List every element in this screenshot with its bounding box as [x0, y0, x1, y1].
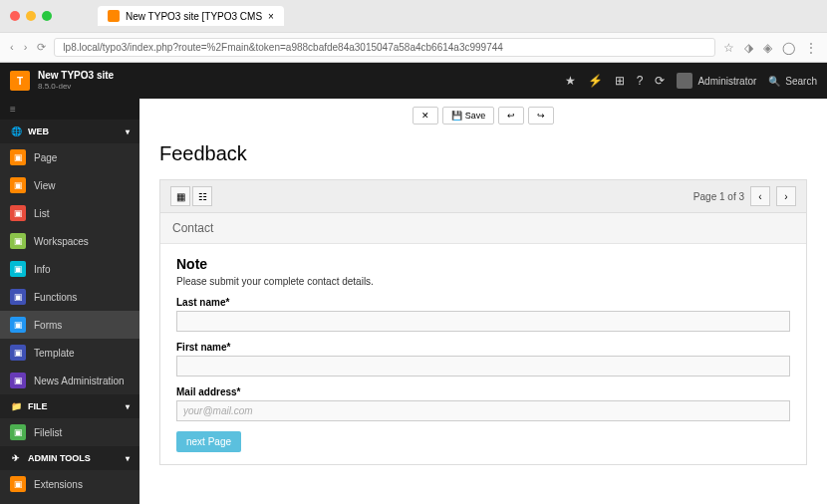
back-icon[interactable]: ‹: [10, 41, 14, 54]
pager-label: Page 1 of 3: [693, 191, 744, 202]
account-icon[interactable]: ◯: [782, 41, 795, 55]
next-page-button[interactable]: ›: [776, 186, 796, 206]
star-icon[interactable]: ☆: [723, 41, 734, 55]
shield-icon[interactable]: ◈: [763, 41, 772, 55]
module-icon: ▣: [10, 177, 26, 193]
mail-input[interactable]: [176, 400, 790, 421]
chevron-down-icon: ▾: [126, 402, 130, 411]
sidebar-section-header[interactable]: 📁FILE▾: [0, 394, 139, 418]
sidebar-item-forms[interactable]: ▣Forms: [0, 311, 139, 339]
cache-icon[interactable]: ⚡: [588, 74, 603, 88]
chevron-down-icon: ▾: [126, 454, 130, 463]
pager: Page 1 of 3 ‹ ›: [693, 186, 796, 206]
topbar-right: ★ ⚡ ⊞ ? ⟳ Administrator 🔍 Search: [565, 73, 817, 89]
reload-icon[interactable]: ⟳: [37, 41, 46, 54]
lastname-input[interactable]: [176, 311, 790, 332]
sidebar-item-label: Filelist: [34, 427, 62, 438]
section-label: FILE: [28, 401, 48, 411]
sidebar-item-extensions[interactable]: ▣Extensions: [0, 470, 139, 498]
sidebar-item-label: Template: [34, 348, 75, 359]
section-title: Contact: [160, 213, 806, 244]
typo3-logo-icon[interactable]: T: [10, 71, 30, 91]
sidebar-item-list[interactable]: ▣List: [0, 199, 139, 227]
nav-arrows: ‹ › ⟳: [10, 41, 46, 54]
app-icon[interactable]: ⊞: [615, 74, 625, 88]
search-label: Search: [785, 76, 817, 87]
help-icon[interactable]: ?: [637, 74, 644, 88]
module-icon: ▣: [10, 261, 26, 277]
module-icon: ▣: [10, 289, 26, 305]
sidebar-item-template[interactable]: ▣Template: [0, 339, 139, 367]
field-firstname: First name*: [176, 342, 790, 377]
field-mail: Mail address*: [176, 386, 790, 421]
bookmark-icon[interactable]: ★: [565, 74, 576, 88]
content-body: Feedback ▦ ☷ Page 1 of 3 ‹ › Contact: [139, 132, 827, 475]
maximize-window-icon[interactable]: [42, 11, 52, 21]
browser-tab[interactable]: New TYPO3 site [TYPO3 CMS ×: [98, 6, 284, 26]
chevron-down-icon: ▾: [126, 127, 130, 136]
prev-page-button[interactable]: ‹: [750, 186, 770, 206]
sidebar-item-label: News Administration: [34, 376, 125, 386]
user-name: Administrator: [697, 76, 756, 87]
section-icon: 🌐: [10, 126, 22, 137]
sidebar-item-label: Info: [34, 264, 51, 275]
view-mode-button[interactable]: ▦: [170, 186, 190, 206]
forward-icon[interactable]: ›: [24, 41, 28, 54]
user-menu[interactable]: Administrator: [677, 73, 756, 89]
field-lastname: Last name*: [176, 297, 790, 332]
site-title: New TYPO3 site: [38, 70, 114, 82]
sidebar-item-view[interactable]: ▣View: [0, 171, 139, 199]
site-info: New TYPO3 site 8.5.0-dev: [38, 70, 114, 92]
undo-button[interactable]: ↩: [498, 107, 524, 125]
window-controls: [10, 11, 52, 21]
module-icon: ▣: [10, 345, 26, 361]
sidebar-item-label: Forms: [34, 320, 62, 331]
form-body: Note Please submit your complete contact…: [160, 244, 806, 464]
note-text: Please submit your complete contact deta…: [176, 276, 790, 287]
sidebar-item-label: Workspaces: [34, 236, 89, 247]
sidebar-item-page[interactable]: ▣Page: [0, 143, 139, 171]
section-icon: 📁: [10, 400, 22, 412]
title-bar: New TYPO3 site [TYPO3 CMS ×: [0, 0, 827, 32]
section-label: WEB: [28, 126, 49, 136]
close-button[interactable]: ✕: [413, 107, 438, 125]
extension-icon[interactable]: ⬗: [744, 41, 753, 55]
browser-toolbar-icons: ☆ ⬗ ◈ ◯ ⋮: [723, 41, 817, 55]
sidebar-item-languages[interactable]: ▣Languages: [0, 498, 139, 504]
tab-title: New TYPO3 site [TYPO3 CMS: [126, 11, 262, 22]
sidebar-section-header[interactable]: 🌐WEB▾: [0, 120, 139, 143]
sidebar-section-header[interactable]: ✈ADMIN TOOLS▾: [0, 446, 139, 470]
redo-button[interactable]: ↪: [528, 107, 554, 125]
save-icon: 💾: [451, 111, 462, 121]
lastname-label: Last name*: [176, 297, 790, 308]
sidebar-item-filelist[interactable]: ▣Filelist: [0, 418, 139, 446]
sidebar-item-workspaces[interactable]: ▣Workspaces: [0, 227, 139, 255]
search-box[interactable]: 🔍 Search: [768, 76, 817, 87]
sidebar-item-label: Extensions: [34, 479, 83, 490]
sidebar-item-news-administration[interactable]: ▣News Administration: [0, 367, 139, 394]
sidebar-collapse-button[interactable]: ≡: [0, 99, 139, 120]
sidebar-item-label: Functions: [34, 292, 77, 303]
section-label: ADMIN TOOLS: [28, 453, 91, 463]
firstname-input[interactable]: [176, 356, 790, 377]
sidebar-item-functions[interactable]: ▣Functions: [0, 283, 139, 311]
menu-icon[interactable]: ⋮: [805, 41, 817, 55]
next-page-form-button[interactable]: next Page: [176, 431, 241, 452]
url-input[interactable]: lp8.local/typo3/index.php?route=%2Fmain&…: [54, 38, 715, 57]
tree-mode-button[interactable]: ☷: [192, 186, 212, 206]
browser-chrome: New TYPO3 site [TYPO3 CMS × ‹ › ⟳ lp8.lo…: [0, 0, 827, 63]
tab-close-icon[interactable]: ×: [268, 11, 274, 22]
sidebar: ≡ 🌐WEB▾▣Page▣View▣List▣Workspaces▣Info▣F…: [0, 99, 139, 504]
reload-backend-icon[interactable]: ⟳: [655, 74, 665, 88]
sidebar-item-label: List: [34, 208, 50, 219]
module-icon: ▣: [10, 317, 26, 333]
sidebar-item-label: Page: [34, 152, 57, 163]
minimize-window-icon[interactable]: [26, 11, 36, 21]
module-icon: ▣: [10, 476, 26, 492]
close-window-icon[interactable]: [10, 11, 20, 21]
sidebar-item-info[interactable]: ▣Info: [0, 255, 139, 283]
topbar: T New TYPO3 site 8.5.0-dev ★ ⚡ ⊞ ? ⟳ Adm…: [0, 63, 827, 99]
toolbar-left: ▦ ☷: [170, 186, 212, 206]
note-title: Note: [176, 256, 790, 272]
save-button[interactable]: 💾Save: [442, 107, 495, 125]
